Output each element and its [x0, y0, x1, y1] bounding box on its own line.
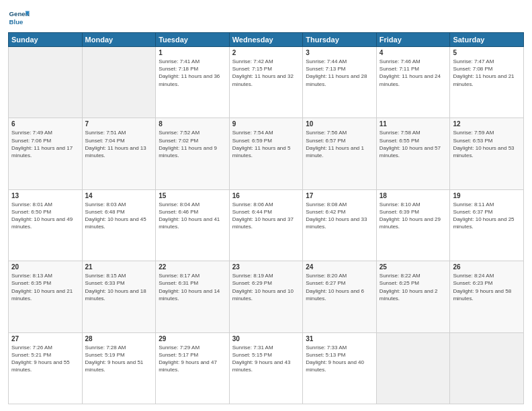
calendar-cell: 24Sunrise: 8:20 AMSunset: 6:27 PMDayligh… [303, 261, 377, 332]
calendar-cell: 12Sunrise: 7:59 AMSunset: 6:53 PMDayligh… [450, 118, 524, 189]
day-number: 22 [159, 263, 226, 271]
calendar-cell: 11Sunrise: 7:58 AMSunset: 6:55 PMDayligh… [376, 118, 450, 189]
calendar-cell: 14Sunrise: 8:03 AMSunset: 6:48 PMDayligh… [82, 189, 156, 261]
weekday-header-sunday: Sunday [9, 33, 83, 47]
calendar-cell [376, 332, 450, 404]
calendar-cell: 6Sunrise: 7:49 AMSunset: 7:06 PMDaylight… [9, 118, 83, 189]
calendar-cell: 9Sunrise: 7:54 AMSunset: 6:59 PMDaylight… [229, 118, 303, 189]
day-number: 17 [306, 192, 373, 199]
calendar-cell: 26Sunrise: 8:24 AMSunset: 6:23 PMDayligh… [450, 261, 524, 332]
day-info: Sunrise: 7:54 AMSunset: 6:59 PMDaylight:… [232, 129, 300, 159]
weekday-header-row: SundayMondayTuesdayWednesdayThursdayFrid… [9, 33, 524, 47]
day-number: 9 [232, 120, 300, 128]
logo-icon: General Blue [8, 7, 30, 28]
day-number: 12 [453, 120, 521, 128]
day-info: Sunrise: 8:10 AMSunset: 6:39 PMDaylight:… [380, 201, 447, 231]
calendar-cell: 16Sunrise: 8:06 AMSunset: 6:44 PMDayligh… [229, 189, 303, 261]
day-info: Sunrise: 7:46 AMSunset: 7:11 PMDaylight:… [380, 58, 447, 88]
calendar-cell: 4Sunrise: 7:46 AMSunset: 7:11 PMDaylight… [376, 47, 450, 118]
day-info: Sunrise: 8:22 AMSunset: 6:25 PMDaylight:… [380, 272, 447, 302]
weekday-header-wednesday: Wednesday [229, 33, 303, 47]
day-info: Sunrise: 8:06 AMSunset: 6:44 PMDaylight:… [232, 201, 300, 231]
day-info: Sunrise: 7:52 AMSunset: 7:02 PMDaylight:… [159, 129, 226, 159]
week-row-1: 1Sunrise: 7:41 AMSunset: 7:18 PMDaylight… [9, 47, 524, 118]
day-number: 25 [380, 263, 447, 271]
header: General Blue [8, 7, 524, 28]
calendar-cell: 21Sunrise: 8:15 AMSunset: 6:33 PMDayligh… [82, 261, 156, 332]
day-info: Sunrise: 7:26 AMSunset: 5:21 PMDaylight:… [11, 344, 79, 374]
day-info: Sunrise: 7:58 AMSunset: 6:55 PMDaylight:… [380, 129, 447, 159]
day-number: 2 [232, 49, 300, 56]
calendar-cell: 13Sunrise: 8:01 AMSunset: 6:50 PMDayligh… [9, 189, 83, 261]
day-number: 7 [85, 120, 153, 128]
day-info: Sunrise: 7:56 AMSunset: 6:57 PMDaylight:… [306, 129, 373, 159]
calendar-cell: 2Sunrise: 7:42 AMSunset: 7:15 PMDaylight… [229, 47, 303, 118]
day-number: 13 [11, 192, 79, 199]
day-number: 27 [11, 335, 79, 342]
calendar-cell: 3Sunrise: 7:44 AMSunset: 7:13 PMDaylight… [303, 47, 377, 118]
calendar-cell: 15Sunrise: 8:04 AMSunset: 6:46 PMDayligh… [156, 189, 230, 261]
day-number: 5 [453, 49, 521, 56]
day-info: Sunrise: 7:41 AMSunset: 7:18 PMDaylight:… [159, 58, 226, 88]
day-number: 4 [380, 49, 447, 56]
calendar-cell: 10Sunrise: 7:56 AMSunset: 6:57 PMDayligh… [303, 118, 377, 189]
day-info: Sunrise: 7:49 AMSunset: 7:06 PMDaylight:… [11, 129, 79, 159]
week-row-3: 13Sunrise: 8:01 AMSunset: 6:50 PMDayligh… [9, 189, 524, 261]
calendar-cell [82, 47, 156, 118]
weekday-header-friday: Friday [376, 33, 450, 47]
day-info: Sunrise: 8:20 AMSunset: 6:27 PMDaylight:… [306, 272, 373, 302]
day-number: 24 [306, 263, 373, 271]
day-info: Sunrise: 7:51 AMSunset: 7:04 PMDaylight:… [85, 129, 153, 159]
day-number: 19 [453, 192, 521, 199]
day-number: 23 [232, 263, 300, 271]
day-number: 29 [159, 335, 226, 342]
calendar-cell: 23Sunrise: 8:19 AMSunset: 6:29 PMDayligh… [229, 261, 303, 332]
day-info: Sunrise: 7:47 AMSunset: 7:08 PMDaylight:… [453, 58, 521, 88]
svg-text:Blue: Blue [9, 18, 24, 26]
calendar-cell: 1Sunrise: 7:41 AMSunset: 7:18 PMDaylight… [156, 47, 230, 118]
day-number: 10 [306, 120, 373, 128]
day-number: 30 [232, 335, 300, 342]
calendar-cell: 31Sunrise: 7:33 AMSunset: 5:13 PMDayligh… [303, 332, 377, 404]
day-info: Sunrise: 7:31 AMSunset: 5:15 PMDaylight:… [232, 344, 300, 374]
day-number: 20 [11, 263, 79, 271]
page: General Blue SundayMondayTuesdayWednesda… [0, 0, 532, 411]
day-info: Sunrise: 8:15 AMSunset: 6:33 PMDaylight:… [85, 272, 153, 302]
day-info: Sunrise: 8:04 AMSunset: 6:46 PMDaylight:… [159, 201, 226, 231]
day-number: 15 [159, 192, 226, 199]
day-info: Sunrise: 7:44 AMSunset: 7:13 PMDaylight:… [306, 58, 373, 88]
calendar-cell: 5Sunrise: 7:47 AMSunset: 7:08 PMDaylight… [450, 47, 524, 118]
calendar-cell: 27Sunrise: 7:26 AMSunset: 5:21 PMDayligh… [9, 332, 83, 404]
logo: General Blue [8, 7, 30, 28]
calendar-cell: 18Sunrise: 8:10 AMSunset: 6:39 PMDayligh… [376, 189, 450, 261]
calendar-cell: 8Sunrise: 7:52 AMSunset: 7:02 PMDaylight… [156, 118, 230, 189]
day-info: Sunrise: 8:13 AMSunset: 6:35 PMDaylight:… [11, 272, 79, 302]
weekday-header-tuesday: Tuesday [156, 33, 230, 47]
day-number: 11 [380, 120, 447, 128]
calendar-cell: 19Sunrise: 8:11 AMSunset: 6:37 PMDayligh… [450, 189, 524, 261]
day-number: 26 [453, 263, 521, 271]
week-row-4: 20Sunrise: 8:13 AMSunset: 6:35 PMDayligh… [9, 261, 524, 332]
day-number: 1 [159, 49, 226, 56]
day-info: Sunrise: 7:42 AMSunset: 7:15 PMDaylight:… [232, 58, 300, 88]
week-row-5: 27Sunrise: 7:26 AMSunset: 5:21 PMDayligh… [9, 332, 524, 404]
calendar-cell: 30Sunrise: 7:31 AMSunset: 5:15 PMDayligh… [229, 332, 303, 404]
day-number: 3 [306, 49, 373, 56]
day-info: Sunrise: 7:59 AMSunset: 6:53 PMDaylight:… [453, 129, 521, 159]
calendar-table: SundayMondayTuesdayWednesdayThursdayFrid… [8, 32, 524, 404]
day-info: Sunrise: 8:01 AMSunset: 6:50 PMDaylight:… [11, 201, 79, 231]
week-row-2: 6Sunrise: 7:49 AMSunset: 7:06 PMDaylight… [9, 118, 524, 189]
day-info: Sunrise: 8:03 AMSunset: 6:48 PMDaylight:… [85, 201, 153, 231]
day-info: Sunrise: 7:29 AMSunset: 5:17 PMDaylight:… [159, 344, 226, 374]
calendar-cell: 7Sunrise: 7:51 AMSunset: 7:04 PMDaylight… [82, 118, 156, 189]
day-info: Sunrise: 8:11 AMSunset: 6:37 PMDaylight:… [453, 201, 521, 231]
day-info: Sunrise: 7:33 AMSunset: 5:13 PMDaylight:… [306, 344, 373, 374]
calendar-cell: 28Sunrise: 7:28 AMSunset: 5:19 PMDayligh… [82, 332, 156, 404]
calendar-cell [9, 47, 83, 118]
calendar-cell: 17Sunrise: 8:08 AMSunset: 6:42 PMDayligh… [303, 189, 377, 261]
day-number: 18 [380, 192, 447, 199]
day-info: Sunrise: 8:08 AMSunset: 6:42 PMDaylight:… [306, 201, 373, 231]
calendar-cell: 29Sunrise: 7:29 AMSunset: 5:17 PMDayligh… [156, 332, 230, 404]
day-number: 31 [306, 335, 373, 342]
day-number: 8 [159, 120, 226, 128]
